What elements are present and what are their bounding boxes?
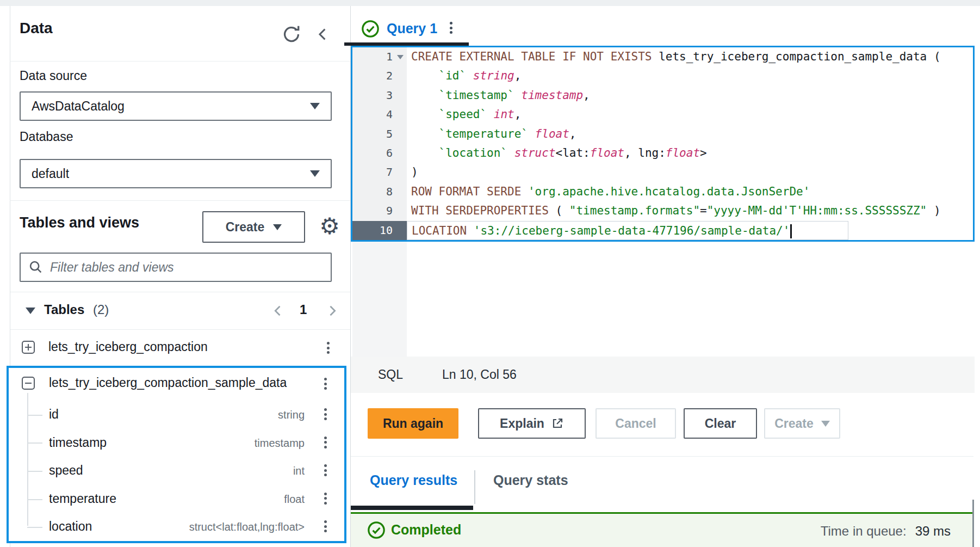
gutter-line-9[interactable]: 9 (352, 201, 407, 220)
divider (10, 61, 350, 62)
kebab-menu-icon[interactable] (322, 378, 328, 390)
chevron-down-icon (821, 421, 830, 427)
column-row[interactable]: temperaturefloat (9, 485, 344, 513)
column-name: temperature (49, 491, 116, 506)
kebab-menu-icon[interactable] (322, 464, 328, 476)
column-name: location (49, 519, 92, 534)
kebab-menu-icon[interactable] (322, 408, 328, 420)
column-row[interactable]: idstring (9, 401, 344, 429)
run-again-label: Run again (383, 416, 443, 431)
tree-connector-stub (27, 415, 42, 416)
clear-button[interactable]: Clear (684, 408, 757, 439)
gutter-line-7[interactable]: 7 (352, 163, 407, 182)
tab-query-results[interactable]: Query results (370, 472, 457, 488)
filter-tables-input[interactable]: Filter tables and views (20, 253, 332, 282)
language-indicator: SQL (378, 367, 403, 382)
kebab-menu-icon[interactable] (322, 520, 328, 532)
editor-status-bar: SQL Ln 10, Col 56 (351, 357, 975, 393)
cancel-button: Cancel (596, 408, 676, 439)
tab-query-1[interactable]: Query 1 (387, 21, 437, 36)
expand-table-icon[interactable] (22, 341, 35, 354)
query-status-bar: Completed Time in queue: 39 ms (351, 512, 972, 547)
sql-editor[interactable]: 12345678910 CREATE EXTERNAL TABLE IF NOT… (351, 46, 975, 242)
table-row[interactable]: lets_try_iceberg_compaction_sample_data (9, 368, 344, 401)
tree-connector-stub (27, 442, 42, 444)
tree-connector-stub (27, 499, 42, 500)
table-name[interactable]: lets_try_iceberg_compaction (48, 340, 208, 354)
selected-table-container: lets_try_iceberg_compaction_sample_data … (7, 366, 346, 543)
gear-icon[interactable]: ⚙ (318, 213, 342, 239)
editor-line-1[interactable]: CREATE EXTERNAL TABLE IF NOT EXISTS lets… (407, 47, 973, 66)
create-button-label: Create (226, 220, 265, 235)
gutter-line-4[interactable]: 4 (352, 105, 407, 124)
cancel-label: Cancel (615, 416, 656, 431)
explain-button[interactable]: Explain (478, 408, 586, 439)
column-type: float (284, 493, 305, 506)
time-in-queue: Time in queue: 39 ms (821, 524, 951, 539)
refresh-icon[interactable] (282, 24, 301, 44)
editor-line-7[interactable]: ) (407, 163, 973, 182)
scrollbar[interactable] (972, 500, 974, 547)
time-in-queue-label: Time in queue: (821, 524, 907, 539)
tab-separator (474, 470, 475, 504)
editor-line-3[interactable]: `timestamp` timestamp, (407, 86, 973, 105)
create-dropdown-label: Create (774, 416, 814, 431)
column-name: speed (49, 463, 83, 478)
gutter-line-5[interactable]: 5 (352, 125, 407, 144)
section-expander-icon[interactable] (26, 308, 35, 314)
column-row[interactable]: locationstruct<lat:float,lng:float> (9, 513, 344, 541)
column-name: id (49, 407, 59, 422)
data-panel-title: Data (20, 20, 53, 37)
divider (351, 456, 973, 457)
kebab-menu-icon[interactable] (322, 493, 328, 505)
editor-code[interactable]: CREATE EXTERNAL TABLE IF NOT EXISTS lets… (407, 47, 973, 240)
database-select[interactable]: default (20, 159, 332, 188)
column-row[interactable]: timestamptimestamp (9, 429, 344, 457)
editor-line-10[interactable]: LOCATION 's3://iceberg-sample-data-47719… (407, 221, 848, 240)
collapse-table-icon[interactable] (22, 377, 35, 390)
query-tab-kebab-icon[interactable] (448, 22, 454, 34)
kebab-menu-icon[interactable] (322, 437, 328, 448)
tree-connector-stub (27, 527, 42, 528)
tables-section-header[interactable]: Tables (2) 1 (10, 292, 350, 330)
create-button[interactable]: Create (202, 211, 305, 243)
table-name[interactable]: lets_try_iceberg_compaction_sample_data (49, 376, 287, 390)
active-tab-underline (351, 506, 473, 510)
tree-connector-stub (27, 471, 42, 472)
gutter-line-1[interactable]: 1 (352, 47, 407, 66)
pagination-prev-icon[interactable] (270, 303, 286, 318)
editor-line-9[interactable]: WITH SERDEPROPERTIES ( "timestamp.format… (407, 201, 973, 220)
tables-and-views-heading: Tables and views (20, 214, 139, 231)
gutter-line-8[interactable]: 8 (352, 182, 407, 201)
run-again-button[interactable]: Run again (368, 408, 458, 439)
kebab-menu-icon[interactable] (325, 342, 331, 354)
editor-line-2[interactable]: `id` string, (407, 66, 973, 85)
pagination-next-icon[interactable] (325, 303, 340, 318)
chevron-down-icon (310, 170, 320, 177)
column-type: timestamp (255, 437, 305, 450)
pagination-current-page: 1 (300, 302, 307, 317)
tab-query-stats[interactable]: Query stats (493, 472, 568, 488)
fold-arrow-icon[interactable] (397, 55, 404, 59)
editor-line-5[interactable]: `temperature` float, (407, 125, 973, 144)
column-row[interactable]: speedint (9, 457, 344, 485)
gutter-line-10[interactable]: 10 (352, 221, 407, 240)
table-row[interactable]: lets_try_iceberg_compaction (10, 329, 350, 366)
editor-line-6[interactable]: `location` struct<lat:float, lng:float> (407, 144, 973, 163)
editor-gutter: 12345678910 (352, 47, 407, 240)
chevron-down-icon (310, 103, 320, 109)
time-in-queue-value: 39 ms (915, 524, 951, 539)
gutter-line-2[interactable]: 2 (352, 66, 407, 85)
data-source-select[interactable]: AwsDataCatalog (20, 91, 332, 121)
gutter-line-3[interactable]: 3 (352, 86, 407, 105)
status-badge: Completed (391, 522, 461, 538)
window-top-strip (0, 0, 980, 6)
collapse-panel-icon[interactable] (314, 26, 331, 43)
database-value: default (32, 167, 69, 181)
cursor-position: Ln 10, Col 56 (442, 367, 517, 382)
editor-line-4[interactable]: `speed` int, (407, 105, 973, 124)
editor-line-8[interactable]: ROW FORMAT SERDE 'org.apache.hive.hcatal… (407, 182, 973, 201)
external-link-icon (551, 417, 564, 430)
tables-count: (2) (93, 302, 109, 317)
gutter-line-6[interactable]: 6 (352, 144, 407, 163)
